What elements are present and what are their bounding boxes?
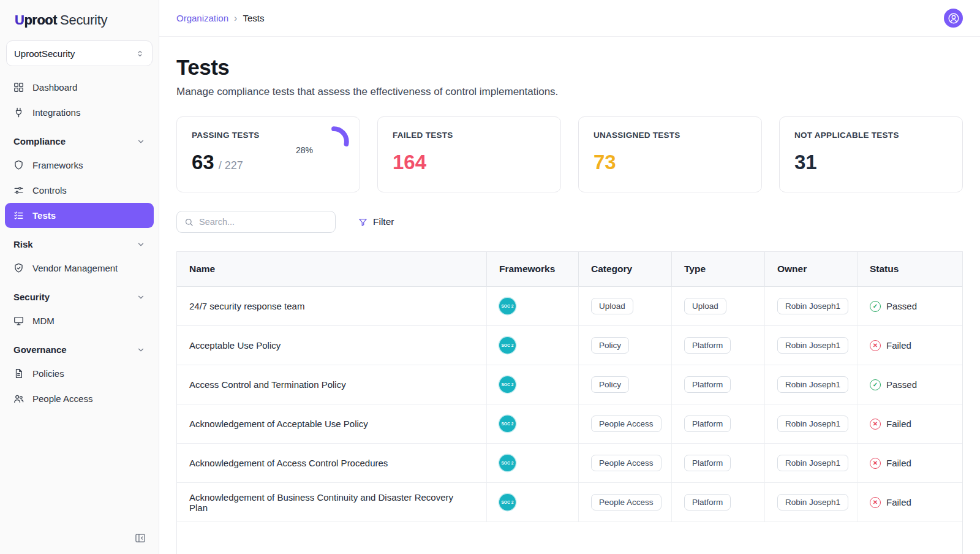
soc2-badge: SOC 2 — [499, 337, 516, 354]
section-label: Compliance — [13, 136, 66, 146]
brand-name-light: Security — [60, 12, 107, 28]
stat-card-failed: FAILED TESTS 164 — [377, 116, 561, 192]
status-badge: ✕ Failed — [870, 497, 911, 508]
type-pill: Upload — [684, 298, 726, 314]
sidebar: Uproot Security UprootSecurity Dashboard… — [0, 0, 159, 554]
soc2-badge: SOC 2 — [499, 298, 516, 314]
search-icon — [184, 217, 194, 227]
test-name: Acknowledgement of Access Control Proced… — [189, 458, 388, 468]
topbar: Organization › Tests — [159, 0, 980, 37]
table-row[interactable]: 24/7 security response team SOC 2 Upload… — [177, 287, 962, 326]
test-name-cell: Acceptable Use Policy — [177, 326, 486, 365]
sidebar-section-governance[interactable]: Governance — [5, 333, 154, 361]
status-label: Passed — [886, 379, 917, 390]
passing-donut: 28% — [296, 126, 350, 157]
type-pill: Platform — [684, 337, 731, 354]
table-row[interactable]: Acknowledgement of Access Control Proced… — [177, 444, 962, 483]
sidebar-item-tests[interactable]: Tests — [5, 203, 154, 228]
status-icon: ✕ — [870, 497, 881, 508]
test-name-cell: Acknowledgement of Access Control Proced… — [177, 444, 486, 482]
table-row-partial — [177, 522, 962, 554]
passing-total: / 227 — [219, 159, 243, 172]
table-row[interactable]: Acknowledgement of Acceptable Use Policy… — [177, 404, 962, 444]
column-header-owner[interactable]: Owner — [764, 252, 857, 286]
sidebar-item-mdm[interactable]: MDM — [5, 308, 154, 333]
table-row[interactable]: Acknowledgement of Business Continuity a… — [177, 483, 962, 522]
sidebar-item-label: People Access — [32, 393, 92, 404]
test-name: Acceptable Use Policy — [189, 340, 281, 351]
sidebar-item-people-access[interactable]: People Access — [5, 386, 154, 411]
column-header-frameworks[interactable]: Frameworks — [486, 252, 578, 286]
search-box[interactable] — [176, 211, 336, 233]
test-name-cell: 24/7 security response team — [177, 287, 486, 325]
table-row[interactable]: Access Control and Termination Policy SO… — [177, 365, 962, 404]
frameworks-cell: SOC 2 — [486, 404, 578, 443]
chevron-down-icon — [137, 346, 145, 354]
shield-icon — [13, 159, 24, 171]
column-header-type[interactable]: Type — [671, 252, 764, 286]
people-icon — [13, 393, 24, 404]
sidebar-collapse-button[interactable] — [134, 532, 146, 544]
sidebar-item-frameworks[interactable]: Frameworks — [5, 153, 154, 178]
category-cell: People Access — [578, 483, 671, 522]
stat-cards: PASSING TESTS 63 / 227 28% FAILED TESTS … — [176, 116, 963, 192]
sidebar-item-vendor-management[interactable]: Vendor Management — [5, 256, 154, 281]
content: Tests Manage compliance tests that asses… — [159, 37, 980, 554]
column-header-category[interactable]: Category — [578, 252, 671, 286]
column-header-name[interactable]: Name — [177, 252, 486, 286]
category-pill: Upload — [591, 298, 633, 314]
status-cell: ✓ Passed — [857, 365, 962, 404]
type-cell: Platform — [671, 444, 764, 482]
unassigned-count: 73 — [594, 151, 616, 174]
category-cell: Policy — [578, 326, 671, 365]
test-name: Acknowledgement of Acceptable Use Policy — [189, 419, 368, 429]
section-label: Governance — [13, 344, 67, 355]
owner-pill: Robin Joseph1 — [777, 494, 848, 510]
sliders-icon — [13, 184, 24, 196]
breadcrumb-current: Tests — [243, 13, 264, 23]
status-badge: ✕ Failed — [870, 419, 911, 430]
user-avatar-button[interactable] — [944, 9, 963, 28]
plug-icon — [13, 107, 24, 118]
soc2-badge: SOC 2 — [499, 416, 516, 432]
user-icon — [947, 12, 960, 25]
page-title: Tests — [176, 55, 963, 80]
search-input[interactable] — [199, 217, 328, 227]
test-name-cell: Acknowledgement of Business Continuity a… — [177, 483, 486, 522]
owner-cell: Robin Joseph1 — [764, 287, 857, 325]
frameworks-cell: SOC 2 — [486, 287, 578, 325]
sidebar-item-controls[interactable]: Controls — [5, 178, 154, 203]
sidebar-item-label: Frameworks — [32, 160, 83, 170]
donut-chart — [318, 126, 350, 157]
breadcrumb-organization-link[interactable]: Organization — [176, 13, 228, 23]
org-selector[interactable]: UprootSecurity — [6, 40, 153, 66]
type-cell: Platform — [671, 404, 764, 443]
type-pill: Platform — [684, 416, 731, 432]
owner-cell: Robin Joseph1 — [764, 326, 857, 365]
filter-label: Filter — [373, 216, 394, 227]
shield-check-icon — [13, 262, 24, 274]
sidebar-section-security[interactable]: Security — [5, 281, 154, 308]
type-cell: Platform — [671, 326, 764, 365]
page-subtitle: Manage compliance tests that assess the … — [176, 86, 963, 98]
frameworks-cell: SOC 2 — [486, 444, 578, 482]
breadcrumb: Organization › Tests — [176, 13, 264, 24]
stat-card-not-applicable: NOT APPLICABLE TESTS 31 — [779, 116, 963, 192]
sidebar-item-policies[interactable]: Policies — [5, 361, 154, 386]
status-icon: ✓ — [870, 379, 881, 390]
status-cell: ✓ Passed — [857, 287, 962, 325]
sidebar-item-integrations[interactable]: Integrations — [5, 100, 154, 125]
sidebar-item-label: Controls — [32, 185, 67, 195]
brand-logo: Uproot Security — [0, 0, 159, 34]
category-pill: People Access — [591, 494, 662, 510]
sidebar-section-risk[interactable]: Risk — [5, 228, 154, 256]
column-header-status[interactable]: Status — [857, 252, 962, 286]
section-label: Risk — [13, 239, 33, 249]
table-row[interactable]: Acceptable Use Policy SOC 2 Policy Platf… — [177, 326, 962, 365]
owner-pill: Robin Joseph1 — [777, 376, 848, 393]
status-icon: ✕ — [870, 458, 881, 469]
org-selector-value: UprootSecurity — [14, 48, 75, 59]
filter-button[interactable]: Filter — [358, 216, 394, 227]
sidebar-section-compliance[interactable]: Compliance — [5, 125, 154, 153]
sidebar-item-dashboard[interactable]: Dashboard — [5, 75, 154, 100]
